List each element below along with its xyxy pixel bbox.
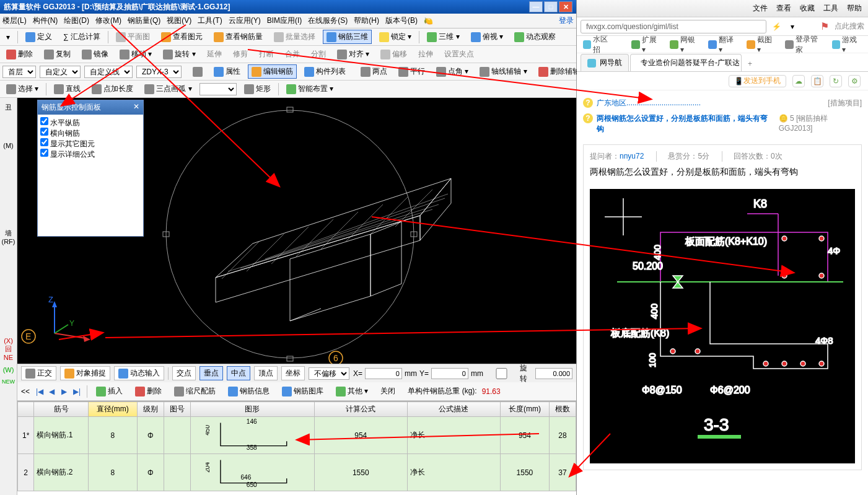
mirror-button[interactable]: 镜像	[78, 47, 112, 61]
rotate-button[interactable]: 旋转 ▾	[159, 47, 199, 61]
customline-select[interactable]: 自定义线	[84, 66, 133, 78]
col-len[interactable]: 长度(mm)	[500, 402, 549, 417]
perp-toggle[interactable]: 垂点	[199, 366, 223, 380]
rebar-display-panel[interactable]: 钢筋显示控制面板✕ 水平纵筋 横向钢筋 显示其它图元 显示详细公式	[37, 100, 144, 237]
col-name[interactable]: 筋号	[34, 402, 88, 417]
scale-button[interactable]: 缩尺配筋	[170, 384, 219, 398]
bm-file[interactable]: 文件	[753, 3, 768, 14]
menu-rebarqty[interactable]: 钢筋量(Q)	[128, 15, 160, 26]
url-input[interactable]	[581, 20, 766, 33]
custom-select[interactable]: 自定义	[40, 66, 81, 78]
table-row[interactable]: 1* 横向钢筋.1 8 Φ 146 450 358 954 净长 954 28	[17, 417, 576, 454]
setpt-button[interactable]: 设置夹点	[441, 47, 478, 61]
batchsel-button[interactable]: 批量选择	[270, 30, 319, 44]
col-idx[interactable]	[17, 402, 33, 417]
dropdown-icon[interactable]: ▾	[786, 20, 799, 33]
menu-modify[interactable]: 修改(M)	[95, 15, 121, 26]
rebar-grid[interactable]: 筋号 直径(mm) 级别 图号 图形 计算公式 公式描述 长度(mm) 根数 1…	[17, 401, 576, 495]
lock-button[interactable]: 锁定 ▾	[375, 30, 415, 44]
autoplace-button[interactable]: 智能布置 ▾	[283, 82, 337, 96]
rect-button[interactable]: 矩形	[240, 82, 274, 96]
editrebar-button[interactable]: 编辑钢筋	[248, 64, 297, 79]
bm-help[interactable]: 帮助	[847, 3, 862, 14]
col-figno[interactable]: 图号	[164, 402, 190, 417]
split-button[interactable]: 分割	[307, 47, 330, 61]
rebar3d-button[interactable]: 钢筋三维	[323, 30, 372, 44]
col-grade[interactable]: 级别	[137, 402, 164, 417]
ext-screenshot[interactable]: 截图 ▾	[747, 35, 776, 54]
menu-online[interactable]: 在线服务(S)	[308, 15, 348, 26]
panel-close-icon[interactable]: ✕	[133, 102, 139, 113]
offsetmode-select[interactable]: 不偏移	[309, 367, 349, 380]
bm-tools[interactable]: 工具	[823, 3, 838, 14]
lp-item-0[interactable]: 丑	[1, 100, 15, 115]
ext-bank[interactable]: 网银 ▾	[670, 35, 699, 54]
rotate-input[interactable]	[535, 368, 572, 379]
line-button[interactable]: 直线	[50, 82, 84, 96]
menu-component[interactable]: 构件(N)	[33, 15, 58, 26]
gear-icon[interactable]	[189, 65, 206, 79]
new-tab-button[interactable]: +	[743, 56, 757, 71]
nav-prev-icon[interactable]: ◀	[47, 387, 57, 396]
topview-button[interactable]: 俯视 ▾	[467, 30, 507, 44]
dyninput-toggle[interactable]: 动态输入	[114, 366, 164, 380]
close-button[interactable]: ✕	[559, 1, 572, 12]
define-button[interactable]: 定义	[22, 30, 56, 44]
cloud-icon[interactable]: ☁	[792, 75, 805, 87]
delaux-button[interactable]: 删除辅轴	[535, 64, 584, 79]
ext-login[interactable]: 登录管家	[785, 34, 823, 55]
note-icon[interactable]: 📋	[811, 75, 823, 87]
asker-link[interactable]: nnyu72	[620, 152, 644, 160]
other-button[interactable]: 其他 ▾	[332, 384, 372, 398]
delete-button[interactable]: 删除	[2, 47, 37, 61]
y-input[interactable]	[431, 368, 468, 379]
search-placeholder[interactable]: 点此搜索	[835, 21, 864, 32]
bm-fav[interactable]: 收藏	[800, 3, 815, 14]
nav-next-icon[interactable]: ▶	[59, 387, 69, 396]
col-count[interactable]: 根数	[550, 402, 576, 417]
break-button[interactable]: 打断	[255, 47, 278, 61]
menu-floor[interactable]: 楼层(L)	[2, 15, 27, 26]
plan-button[interactable]: 平面图	[112, 30, 154, 44]
question-link-1[interactable]: ?广东地区...................................…	[583, 95, 862, 111]
menu-cloud[interactable]: 云应用(Y)	[229, 15, 261, 26]
lp-item-1[interactable]: (M)	[1, 139, 15, 152]
align-button[interactable]: 对齐 ▾	[333, 47, 373, 61]
menu-view[interactable]: 视图(V)	[167, 15, 191, 26]
threeD-button[interactable]: 三维 ▾	[423, 30, 463, 44]
coord-toggle[interactable]: 坐标	[281, 366, 305, 380]
nav-first-icon[interactable]: |◀	[35, 387, 45, 396]
minimize-button[interactable]: —	[529, 1, 543, 12]
lp-item-6[interactable]: (W)	[1, 364, 15, 376]
lp-item-7[interactable]: NEW	[1, 376, 15, 387]
bm-view[interactable]: 查看	[776, 3, 791, 14]
x-input[interactable]	[365, 368, 402, 379]
move-button[interactable]: 移动 ▾	[116, 47, 156, 61]
ptlen-button[interactable]: 点加长度	[88, 82, 137, 96]
viewrebar-button[interactable]: 查看钢筋量	[210, 30, 266, 44]
dynobs-button[interactable]: 动态观察	[511, 30, 559, 44]
table-row[interactable]: 2 横向钢筋.2 8 Φ 204 650 646 1550 净长 1550 37	[17, 454, 576, 491]
menu-version[interactable]: 版本号(B)	[385, 15, 418, 26]
mid-toggle[interactable]: 中点	[227, 366, 250, 380]
merge-button[interactable]: 合并	[281, 47, 304, 61]
close-panel-button[interactable]: 关闭	[377, 384, 399, 398]
lp-item-5[interactable]: (X)回NE	[1, 335, 15, 364]
twopt-button[interactable]: 两点	[357, 64, 391, 79]
lightning-icon[interactable]: ⚡	[770, 20, 783, 33]
ptangle-button[interactable]: 点角 ▾	[432, 64, 472, 79]
rotate-checkbox[interactable]	[486, 368, 517, 379]
delete-row-button[interactable]: 删除	[131, 384, 165, 398]
question-link-2[interactable]: ?两根钢筋怎么设置好，分别是板筋和面筋，端头有弯钩🪙 5 [钢筋抽样GGJ201…	[583, 111, 862, 137]
rebarlib-button[interactable]: 钢筋图库	[278, 384, 327, 398]
floor-select[interactable]: 首层	[2, 66, 36, 78]
vert-toggle[interactable]: 顶点	[254, 366, 278, 380]
nav-last-icon[interactable]: ▶|	[72, 387, 82, 396]
tab-qa[interactable]: 专业造价问题答疑平台-广联达✕	[630, 54, 742, 71]
col-dia[interactable]: 直径(mm)	[88, 402, 137, 417]
col-desc[interactable]: 公式描述	[407, 402, 500, 417]
menu-draw[interactable]: 绘图(D)	[64, 15, 89, 26]
complist-button[interactable]: 构件列表	[300, 64, 349, 79]
trim-button[interactable]: 修剪	[229, 47, 252, 61]
arc3-button[interactable]: 三点画弧 ▾	[141, 82, 195, 96]
